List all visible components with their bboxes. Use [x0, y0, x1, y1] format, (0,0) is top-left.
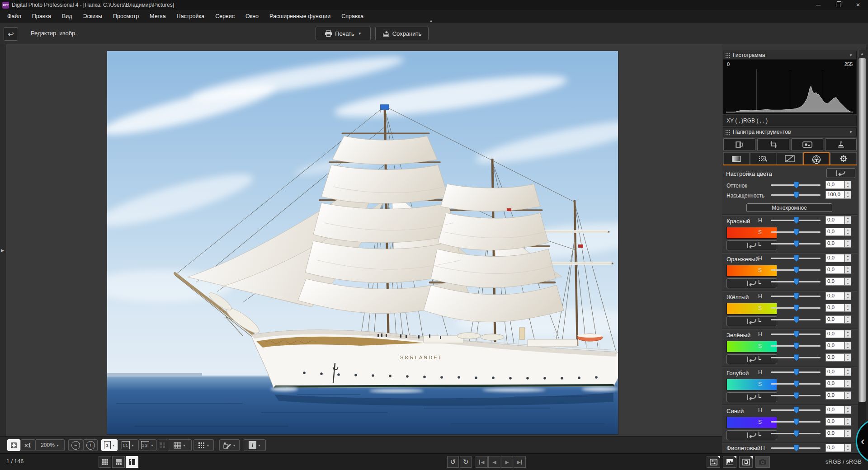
- color-reset-button[interactable]: [726, 430, 777, 440]
- back-button[interactable]: ↩: [4, 27, 18, 41]
- saturation-slider[interactable]: [771, 192, 821, 198]
- color-reset-button[interactable]: [726, 240, 777, 250]
- scrollbar-thumb[interactable]: [859, 58, 866, 402]
- spinner-up-icon[interactable]: ▲: [847, 217, 849, 219]
- tab-sharpness[interactable]: [750, 152, 776, 164]
- value-spinner[interactable]: ▲▼: [844, 304, 851, 312]
- panel-scrollbar[interactable]: ▲ ▼: [858, 50, 866, 455]
- menu-item-просмотр[interactable]: Просмотр: [108, 10, 144, 23]
- violet-h-slider[interactable]: [771, 445, 821, 451]
- histogram-panel-header[interactable]: Гистограмма ▼: [723, 51, 857, 60]
- value-spinner[interactable]: ▲▼: [844, 380, 851, 388]
- menu-item-расширенные функции[interactable]: Расширенные функции: [264, 10, 336, 23]
- value-spinner[interactable]: ▲▼: [844, 315, 851, 324]
- spinner-down-icon[interactable]: ▼: [847, 221, 849, 223]
- spinner-up-icon[interactable]: ▲: [847, 192, 849, 194]
- зелёный-l-slider[interactable]: [771, 354, 821, 361]
- spinner-up-icon[interactable]: ▲: [847, 445, 849, 447]
- синий-h-value-field[interactable]: 0,0: [826, 406, 844, 414]
- menu-item-вид[interactable]: Вид: [57, 10, 78, 23]
- spinner-down-icon[interactable]: ▼: [847, 259, 849, 261]
- spinner-up-icon[interactable]: ▲: [847, 293, 849, 295]
- value-spinner[interactable]: ▲▼: [844, 240, 851, 248]
- spinner-down-icon[interactable]: ▼: [847, 297, 849, 299]
- slider-thumb[interactable]: [794, 278, 799, 285]
- зелёный-s-value-field[interactable]: 0,0: [826, 342, 844, 350]
- tool-dust-delete-button[interactable]: [791, 138, 823, 151]
- spinner-up-icon[interactable]: ▲: [847, 430, 849, 432]
- жёлтый-s-slider[interactable]: [771, 305, 821, 311]
- spinner-down-icon[interactable]: ▼: [847, 347, 849, 349]
- compare-two-vertical-button[interactable]: 11 ▼: [118, 439, 138, 451]
- value-spinner[interactable]: ▲▼: [844, 353, 851, 362]
- жёлтый-l-slider[interactable]: [771, 316, 821, 323]
- value-spinner[interactable]: ▲▼: [844, 266, 851, 274]
- spinner-up-icon[interactable]: ▲: [847, 267, 849, 269]
- menu-item-справка[interactable]: Справка: [336, 10, 369, 23]
- color-reset-button[interactable]: [726, 392, 777, 402]
- slider-thumb[interactable]: [794, 354, 799, 361]
- slider-thumb[interactable]: [794, 182, 799, 188]
- value-spinner[interactable]: ▲▼: [844, 368, 851, 376]
- color-reset-button[interactable]: [726, 278, 777, 288]
- spinner-down-icon[interactable]: ▼: [847, 196, 849, 198]
- slider-thumb[interactable]: [794, 240, 799, 247]
- single-image-view-button[interactable]: 1 ▼: [101, 439, 118, 451]
- spinner-up-icon[interactable]: ▲: [847, 255, 849, 257]
- value-spinner[interactable]: ▲▼: [844, 342, 851, 350]
- tool-palette-header[interactable]: Палитра инструментов ▼: [723, 127, 857, 136]
- зелёный-h-value-field[interactable]: 0,0: [826, 330, 844, 338]
- tab-color-adjustment[interactable]: [803, 152, 830, 165]
- next-image-button[interactable]: ▶: [501, 456, 513, 468]
- tool-palette-collapse-icon[interactable]: ▼: [849, 130, 853, 134]
- tool-lens-button[interactable]: [723, 138, 755, 151]
- spinner-down-icon[interactable]: ▼: [847, 233, 849, 235]
- rotate-left-button[interactable]: ↺: [447, 456, 459, 468]
- spinner-down-icon[interactable]: ▼: [847, 186, 849, 188]
- красный-h-slider[interactable]: [771, 217, 821, 224]
- голубой-h-slider[interactable]: [771, 369, 821, 376]
- previous-image-button[interactable]: ◀: [488, 456, 500, 468]
- layout-thumbnails-button[interactable]: [99, 456, 111, 468]
- tab-tone-curve[interactable]: [777, 152, 803, 164]
- spinner-up-icon[interactable]: ▲: [847, 278, 849, 281]
- оранжевый-s-value-field[interactable]: 0,0: [826, 266, 844, 274]
- синий-l-value-field[interactable]: 0,0: [826, 429, 844, 437]
- spinner-down-icon[interactable]: ▼: [847, 449, 849, 451]
- spinner-down-icon[interactable]: ▼: [847, 271, 849, 273]
- синий-h-slider[interactable]: [771, 407, 821, 414]
- scrollbar-up-button[interactable]: ▲: [858, 50, 866, 57]
- голубой-h-value-field[interactable]: 0,0: [826, 368, 844, 376]
- spinner-up-icon[interactable]: ▲: [847, 381, 849, 383]
- slider-thumb[interactable]: [794, 331, 799, 338]
- жёлтый-l-value-field[interactable]: 0,0: [826, 315, 844, 324]
- spinner-up-icon[interactable]: ▲: [847, 354, 849, 357]
- hue-spinner[interactable]: ▲ ▼: [844, 181, 851, 189]
- menu-item-окно[interactable]: Окно: [240, 10, 264, 23]
- жёлтый-h-slider[interactable]: [771, 293, 821, 300]
- оранжевый-l-value-field[interactable]: 0,0: [826, 277, 844, 286]
- layout-horizontal-button[interactable]: [112, 456, 125, 468]
- close-button[interactable]: ✕: [848, 0, 868, 10]
- violet-h-spinner[interactable]: ▲ ▼: [844, 444, 851, 452]
- value-spinner[interactable]: ▲▼: [844, 406, 851, 414]
- tool-crop-button[interactable]: [757, 138, 789, 151]
- color-reset-button[interactable]: [726, 316, 777, 326]
- spinner-down-icon[interactable]: ▼: [847, 244, 849, 247]
- красный-l-slider[interactable]: [771, 240, 821, 247]
- зелёный-s-slider[interactable]: [771, 343, 821, 349]
- color-reset-button[interactable]: [726, 354, 777, 364]
- zoom-in-button[interactable]: +: [83, 439, 98, 451]
- slider-thumb[interactable]: [794, 192, 799, 198]
- hue-slider[interactable]: [771, 182, 821, 188]
- slider-thumb[interactable]: [794, 392, 799, 399]
- зелёный-l-value-field[interactable]: 0,0: [826, 353, 844, 362]
- slider-thumb[interactable]: [794, 418, 799, 425]
- af-points-button[interactable]: ▼: [193, 439, 214, 451]
- value-spinner[interactable]: ▲▼: [844, 277, 851, 286]
- toggle-camera-info-button[interactable]: [755, 456, 770, 468]
- spinner-down-icon[interactable]: ▼: [847, 385, 849, 387]
- оранжевый-s-slider[interactable]: [771, 267, 821, 273]
- slider-thumb[interactable]: [794, 305, 799, 311]
- spinner-up-icon[interactable]: ▲: [847, 407, 849, 409]
